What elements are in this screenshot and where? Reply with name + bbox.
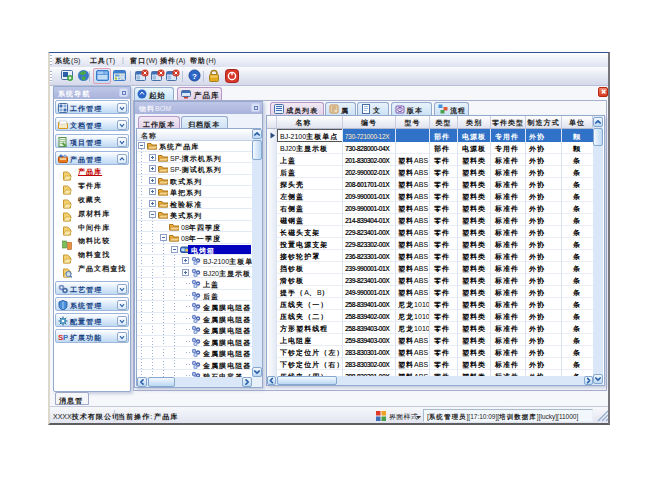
svg-text:?: ? <box>192 72 197 81</box>
svg-text:P: P <box>63 333 68 342</box>
